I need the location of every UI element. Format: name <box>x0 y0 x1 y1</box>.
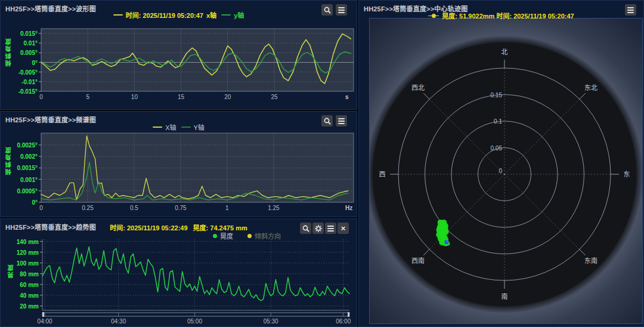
legend-x-label: X轴 <box>165 122 176 132</box>
hamburger-icon <box>627 7 634 13</box>
trajectory-legend-label: 晃度: 51.9022mm 时间: 2025/11/19 05:20:47 <box>442 11 574 20</box>
svg-text:西北: 西北 <box>411 84 425 91</box>
legend: 时间: 2025/11/19 05:20:47 x轴 y轴 <box>1 10 357 20</box>
series-dot-icon <box>247 234 252 238</box>
legend: 晃度: 51.9022mm 时间: 2025/11/19 05:20:47 <box>359 11 643 20</box>
trajectory-panel: HH25F>>塔筒垂直度>>中心轨迹图 晃度: 51.9022mm 时间: 20… <box>358 0 644 327</box>
zoom-button[interactable] <box>321 115 333 127</box>
zoom-button[interactable] <box>300 223 311 234</box>
legend-y-label: y轴 <box>234 10 244 20</box>
close-icon: × <box>341 224 346 232</box>
svg-text:北: 北 <box>501 48 508 55</box>
legend-item-sway[interactable]: 晃度 <box>213 231 233 240</box>
legend-item-y-axis[interactable]: Y轴 <box>181 122 205 132</box>
series-dash-icon <box>153 127 162 128</box>
legend-item-x-axis[interactable]: 时间: 2025/11/19 05:20:47 x轴 <box>113 10 216 20</box>
menu-button[interactable] <box>625 4 636 16</box>
svg-text:0.1: 0.1 <box>494 118 502 125</box>
trajectory-chart[interactable]: 北东北东东南南西南西西北00.050.10.15 <box>369 18 643 324</box>
svg-text:东北: 东北 <box>584 84 597 91</box>
series-dash-icon <box>181 127 191 128</box>
svg-text:东: 东 <box>624 171 630 178</box>
legend-sway-label: 晃度 <box>220 231 233 240</box>
legend-item-x-axis[interactable]: X轴 <box>153 122 176 132</box>
legend-item-y-axis[interactable]: y轴 <box>221 10 244 20</box>
legend-y-label: Y轴 <box>194 122 205 132</box>
legend-time-label: 时间: 2025/11/19 05:20:47 <box>126 10 203 20</box>
series-dot-icon <box>213 234 217 238</box>
legend-x-label: x轴 <box>206 10 216 20</box>
legend: 晃度 倾斜方向 <box>90 231 281 240</box>
menu-button[interactable] <box>336 115 347 127</box>
svg-text:南: 南 <box>501 293 508 300</box>
menu-button[interactable] <box>325 223 336 234</box>
legend-item-tilt-direction[interactable]: 倾斜方向 <box>247 231 281 240</box>
svg-text:0.15: 0.15 <box>491 92 503 98</box>
menu-button[interactable] <box>336 4 347 16</box>
gear-icon <box>314 224 323 233</box>
svg-text:西: 西 <box>379 171 386 178</box>
series-dash-icon <box>221 14 231 16</box>
svg-text:东南: 东南 <box>584 257 597 264</box>
settings-button[interactable] <box>312 223 324 234</box>
close-button[interactable]: × <box>338 223 349 234</box>
hamburger-icon <box>327 226 334 232</box>
legend: X轴 Y轴 <box>1 122 357 132</box>
legend-tilt-direction-label: 倾斜方向 <box>255 231 281 240</box>
hamburger-icon <box>338 7 345 13</box>
hamburger-icon <box>338 118 345 124</box>
zoom-button[interactable] <box>321 4 333 16</box>
magnifier-icon <box>302 224 310 233</box>
waveform-panel: HH25F>>塔筒垂直度>>波形图 时间: 2025/11/19 05:20:4… <box>0 0 357 110</box>
magnifier-icon <box>323 117 332 125</box>
svg-text:西南: 西南 <box>411 257 425 264</box>
legend-item-sway[interactable]: 晃度: 51.9022mm 时间: 2025/11/19 05:20:47 <box>428 11 574 20</box>
magnifier-icon <box>323 6 332 14</box>
series-dash-icon <box>113 14 123 16</box>
svg-text:0.05: 0.05 <box>491 145 503 152</box>
spectrum-panel: HH25F>>塔筒垂直度>>频谱图 X轴 Y轴 倾斜角度 0.0025°0.00… <box>0 111 357 217</box>
svg-text:0: 0 <box>499 168 502 174</box>
trend-panel: HH25F>>塔筒垂直度>>趋势图 时间: 2025/11/19 05:22:4… <box>0 218 357 327</box>
series-line-dot-icon <box>428 14 439 18</box>
